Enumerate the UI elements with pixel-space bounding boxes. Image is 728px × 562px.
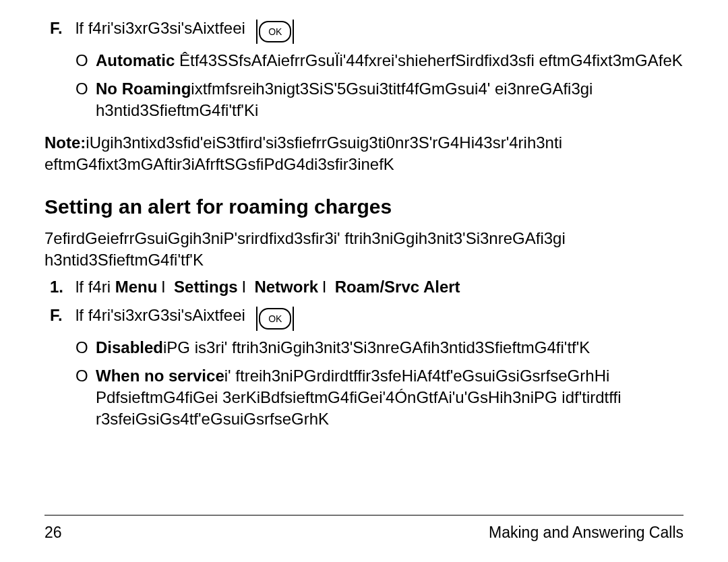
step-1: 1. lf f4ri MenuI SettingsI NetworkI Roam… (50, 276, 684, 298)
ok-icon: OK (248, 307, 297, 329)
menu-chain-item: Roam/Srvc Alert (335, 278, 460, 296)
option-disabled: O DisablediPG is3ri' ftrih3niGgih3nit3'S… (75, 337, 684, 358)
step-marker: F. (50, 305, 75, 326)
page-footer: 26 Making and Answering Calls (44, 515, 684, 542)
menu-chain-item: Menu (115, 278, 158, 296)
step-f-top: F. lf f4ri'si3xrG3si'sAixtfeei OK O Auto… (50, 18, 684, 121)
option-label: No Roaming (96, 80, 191, 98)
option-when-no-service: O When no servicei' ftreih3niPGrdirdtffi… (75, 365, 684, 430)
step-text: lf f4ri'si3xrG3si'sAixtfeei (75, 19, 245, 37)
note-label: Note: (44, 133, 86, 152)
note-text: iUgih3ntixd3sfid'eiS3tfird'si3sfiefrrGsu… (44, 133, 562, 173)
note-block: Note:iUgih3ntixd3sfid'eiS3tfird'si3sfief… (44, 132, 684, 175)
ok-icon: OK (248, 20, 297, 42)
option-label: Automatic (96, 51, 175, 69)
section-heading: Setting an alert for roaming charges (44, 195, 684, 218)
page-number: 26 (44, 524, 62, 542)
footer-title: Making and Answering Calls (489, 524, 684, 542)
option-automatic: O Automatic Êtf43SSfsAfAiefrrGsuÏi'44fxr… (75, 50, 684, 71)
menu-chain-item: Network (254, 278, 318, 296)
option-no-roaming: O No Roamingixtfmfsreih3nigt3SiS'5Gsui3t… (75, 78, 684, 121)
step-marker: F. (50, 18, 75, 39)
step-marker: 1. (50, 276, 75, 298)
document-page: F. lf f4ri'si3xrG3si'sAixtfeei OK O Auto… (0, 0, 728, 562)
menu-chain-item: Settings (174, 278, 238, 296)
option-text: Êtf43SSfsAfAiefrrGsuÏi'44fxrei'shieherfS… (175, 51, 682, 69)
step-f-bottom: F. lf f4ri'si3xrG3si'sAixtfeei OK O Disa… (50, 305, 684, 430)
step-text: lf f4ri'si3xrG3si'sAixtfeei (75, 306, 245, 324)
option-label: Disabled (96, 338, 163, 356)
option-label: When no service (96, 367, 224, 385)
option-text: iPG is3ri' ftrih3niGgih3nit3'Si3nreGAfih… (163, 338, 590, 356)
section-intro: 7efirdGeiefrrGsuiGgih3niP'srirdfixd3sfir… (44, 228, 684, 271)
